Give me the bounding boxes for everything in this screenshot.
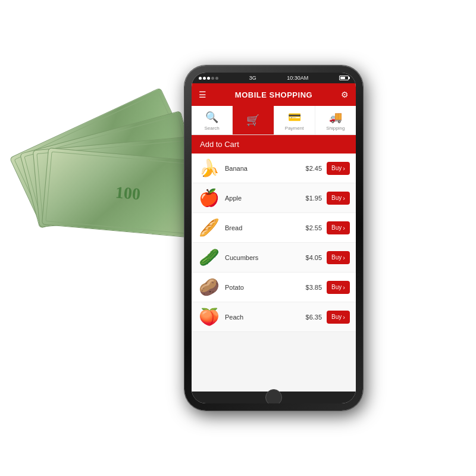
product-name: Bread xyxy=(225,224,297,231)
buy-button[interactable]: Buy xyxy=(327,311,350,324)
product-price: $2.55 xyxy=(302,224,322,231)
product-price: $2.45 xyxy=(302,165,322,172)
dot-4 xyxy=(211,77,214,80)
buy-button[interactable]: Buy xyxy=(327,251,350,264)
product-item: 🍎 Apple $1.95 Buy xyxy=(192,183,356,213)
time-label: 10:30AM xyxy=(287,75,308,81)
nav-tabs: 🔍 Search 🛒 💳 Payment 🚚 Shipping xyxy=(192,106,356,135)
buy-button[interactable]: Buy xyxy=(327,281,350,294)
dot-3 xyxy=(207,77,210,80)
tab-search-label: Search xyxy=(204,126,219,131)
product-emoji: 🥖 xyxy=(198,218,220,237)
section-header-text: Add to Cart xyxy=(200,140,239,149)
section-header: Add to Cart xyxy=(192,135,356,154)
tab-shipping-label: Shipping xyxy=(326,126,345,131)
product-emoji: 🥔 xyxy=(198,277,220,297)
phone-screen: 3G 10:30AM ☰ MOBILE SHOPPING ⚙ 🔍 Search xyxy=(192,73,356,403)
money-background: 100 100 100 100 xyxy=(18,107,208,357)
battery-fill xyxy=(340,77,345,79)
buy-button[interactable]: Buy xyxy=(327,192,350,205)
product-item: 🥔 Potato $3.85 Buy xyxy=(192,273,356,302)
product-name: Cucumbers xyxy=(225,254,297,261)
product-price: $6.35 xyxy=(302,314,322,321)
buy-button[interactable]: Buy xyxy=(327,221,350,234)
search-icon: 🔍 xyxy=(205,111,218,124)
product-price: $4.05 xyxy=(302,254,322,261)
home-button[interactable] xyxy=(265,389,282,403)
product-price: $1.95 xyxy=(302,195,322,202)
product-name: Apple xyxy=(225,195,297,202)
product-item: 🍑 Peach $6.35 Buy xyxy=(192,302,356,332)
tab-cart[interactable]: 🛒 xyxy=(233,106,274,134)
dot-2 xyxy=(203,77,206,80)
product-name: Peach xyxy=(225,314,297,321)
product-item: 🥖 Bread $2.55 Buy xyxy=(192,213,356,243)
network-label: 3G xyxy=(249,75,256,81)
app-header: ☰ MOBILE SHOPPING ⚙ xyxy=(192,83,356,106)
dot-1 xyxy=(199,77,202,80)
tab-search[interactable]: 🔍 Search xyxy=(192,106,233,134)
status-icons xyxy=(339,76,349,80)
phone-body: 3G 10:30AM ☰ MOBILE SHOPPING ⚙ 🔍 Search xyxy=(184,65,363,411)
battery-icon xyxy=(339,76,349,80)
tab-shipping[interactable]: 🚚 Shipping xyxy=(315,106,356,134)
buy-button[interactable]: Buy xyxy=(327,162,350,175)
cart-icon: 🛒 xyxy=(246,114,259,127)
phone: 3G 10:30AM ☰ MOBILE SHOPPING ⚙ 🔍 Search xyxy=(184,65,363,411)
tab-payment[interactable]: 💳 Payment xyxy=(274,106,315,134)
product-item: 🥒 Cucumbers $4.05 Buy xyxy=(192,243,356,273)
product-name: Banana xyxy=(225,165,297,172)
product-list: 🍌 Banana $2.45 Buy 🍎 Apple $1.95 Buy 🥖 B… xyxy=(192,154,356,392)
product-price: $3.85 xyxy=(302,284,322,291)
product-emoji: 🍌 xyxy=(198,158,220,178)
dot-5 xyxy=(215,77,218,80)
product-item: 🍌 Banana $2.45 Buy xyxy=(192,154,356,183)
tab-payment-label: Payment xyxy=(285,126,304,131)
signal-dots xyxy=(199,77,218,80)
product-name: Potato xyxy=(225,284,297,291)
payment-icon: 💳 xyxy=(288,111,301,124)
home-indicator xyxy=(192,392,356,403)
status-bar: 3G 10:30AM xyxy=(192,73,356,83)
settings-icon[interactable]: ⚙ xyxy=(341,90,349,99)
menu-icon[interactable]: ☰ xyxy=(199,90,206,99)
app-title: MOBILE SHOPPING xyxy=(235,90,312,99)
product-emoji: 🍎 xyxy=(198,188,220,208)
shipping-icon: 🚚 xyxy=(329,111,342,124)
product-emoji: 🥒 xyxy=(198,248,220,267)
product-emoji: 🍑 xyxy=(198,307,220,327)
